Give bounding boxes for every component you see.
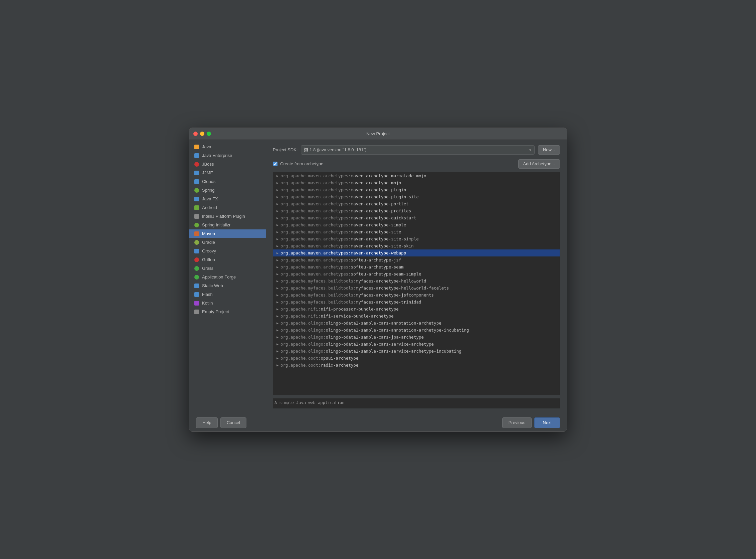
sidebar-item-flash[interactable]: Flash: [189, 290, 266, 299]
sidebar-item-griffon[interactable]: Griffon: [189, 255, 266, 264]
sidebar-item-static-web[interactable]: Static Web: [189, 282, 266, 290]
archetype-item[interactable]: ▶org.apache.maven.archetypes:maven-arche…: [273, 249, 560, 256]
sidebar-item-android[interactable]: Android: [189, 203, 266, 212]
sidebar-item-label-gradle: Gradle: [202, 240, 215, 245]
archetype-item[interactable]: ▶org.apache.olingo:olingo-odata2-sample-…: [273, 334, 560, 341]
maven-icon: [194, 231, 199, 237]
chevron-right-icon: ▶: [276, 223, 279, 227]
cancel-button[interactable]: Cancel: [220, 418, 246, 428]
archetype-artifact-id: maven-archetype-plugin-site: [351, 194, 419, 199]
archetype-item[interactable]: ▶org.apache.maven.archetypes:maven-arche…: [273, 179, 560, 186]
archetype-text: org.apache.oodt:radix-archetype: [281, 363, 358, 368]
archetype-group-id: org.apache.olingo:: [281, 342, 326, 346]
intellij-icon: [194, 214, 199, 219]
archetype-text: org.apache.maven.archetypes:softeu-arche…: [281, 265, 404, 269]
archetype-item[interactable]: ▶org.apache.oodt:radix-archetype: [273, 362, 560, 368]
archetype-group-id: org.apache.maven.archetypes:: [281, 180, 351, 185]
archetype-item[interactable]: ▶org.apache.myfaces.buildtools:myfaces-a…: [273, 292, 560, 298]
sidebar-item-javafx[interactable]: Java FX: [189, 195, 266, 203]
sidebar-item-j2me[interactable]: J2ME: [189, 169, 266, 177]
archetype-item[interactable]: ▶org.apache.maven.archetypes:softeu-arch…: [273, 270, 560, 277]
javafx-icon: [194, 196, 199, 202]
archetype-item[interactable]: ▶org.apache.myfaces.buildtools:myfaces-a…: [273, 298, 560, 306]
sidebar-item-empty-project[interactable]: Empty Project: [189, 308, 266, 316]
archetype-artifact-id: maven-archetype-quickstart: [351, 216, 416, 220]
sidebar-item-grails[interactable]: Grails: [189, 264, 266, 273]
sidebar-item-label-spring: Spring: [202, 188, 215, 193]
archetype-item[interactable]: ▶org.apache.maven.archetypes:maven-arche…: [273, 207, 560, 215]
archetype-list[interactable]: ▶org.apache.maven.archetypes:maven-arche…: [273, 172, 560, 395]
sidebar-item-label-static-web: Static Web: [202, 283, 223, 288]
titlebar: New Project: [189, 128, 567, 140]
archetype-item[interactable]: ▶org.apache.nifi:nifi-service-bundle-arc…: [273, 313, 560, 319]
archetype-group-id: org.apache.maven.archetypes:: [281, 194, 351, 199]
archetype-artifact-id: olingo-odata2-sample-cars-annotation-arc…: [326, 320, 441, 326]
checkbox-row: Create from archetype Add Archetype...: [273, 159, 560, 169]
next-button[interactable]: Next: [534, 418, 560, 428]
sidebar-item-label-android: Android: [202, 205, 217, 210]
archetype-item[interactable]: ▶org.apache.olingo:olingo-odata2-sample-…: [273, 348, 560, 355]
sidebar-item-spring-initializr[interactable]: Spring Initializr: [189, 221, 266, 229]
archetype-artifact-id: radix-archetype: [320, 363, 358, 368]
archetype-item[interactable]: ▶org.apache.maven.archetypes:maven-arche…: [273, 200, 560, 207]
archetype-item[interactable]: ▶org.apache.olingo:olingo-odata2-sample-…: [273, 327, 560, 334]
chevron-right-icon: ▶: [276, 328, 279, 332]
sidebar-item-label-maven: Maven: [202, 231, 215, 236]
sdk-select[interactable]: 🖼 1.8 (java version "1.8.0_181"): [301, 145, 534, 155]
archetype-group-id: org.apache.nifi:: [281, 307, 320, 312]
chevron-right-icon: ▶: [276, 321, 279, 325]
sidebar-item-java[interactable]: Java: [189, 142, 266, 151]
archetype-item[interactable]: ▶org.apache.maven.archetypes:maven-arche…: [273, 193, 560, 200]
sidebar-item-maven[interactable]: Maven: [189, 229, 266, 238]
archetype-item[interactable]: ▶org.apache.maven.archetypes:maven-arche…: [273, 186, 560, 193]
footer: Help Cancel Previous Next: [189, 414, 567, 431]
previous-button[interactable]: Previous: [502, 418, 532, 428]
sidebar-item-application-forge[interactable]: Application Forge: [189, 273, 266, 282]
archetype-item[interactable]: ▶org.apache.maven.archetypes:maven-arche…: [273, 172, 560, 179]
sdk-dropdown-wrapper: 🖼 1.8 (java version "1.8.0_181") ▼: [301, 145, 534, 155]
content-area: JavaJava EnterpriseJBossJ2MECloudsSpring…: [189, 140, 567, 414]
archetype-group-id: org.apache.maven.archetypes:: [281, 258, 351, 263]
sidebar-item-java-enterprise[interactable]: Java Enterprise: [189, 151, 266, 160]
archetype-item[interactable]: ▶org.apache.maven.archetypes:maven-arche…: [273, 221, 560, 228]
chevron-right-icon: ▶: [276, 188, 279, 192]
kotlin-icon: [194, 300, 199, 306]
archetype-group-id: org.apache.maven.archetypes:: [281, 229, 351, 234]
archetype-text: org.apache.maven.archetypes:maven-archet…: [281, 187, 406, 192]
archetype-item[interactable]: ▶org.apache.myfaces.buildtools:myfaces-a…: [273, 285, 560, 292]
archetype-item[interactable]: ▶org.apache.maven.archetypes:maven-arche…: [273, 215, 560, 221]
sidebar-item-label-griffon: Griffon: [202, 257, 215, 262]
add-archetype-button[interactable]: Add Archetype...: [518, 159, 560, 169]
archetype-item[interactable]: ▶org.apache.maven.archetypes:maven-arche…: [273, 228, 560, 236]
sidebar-item-spring[interactable]: Spring: [189, 186, 266, 195]
archetype-item[interactable]: ▶org.apache.oodt:opsui-archetype: [273, 355, 560, 362]
archetype-group-id: org.apache.maven.archetypes:: [281, 201, 351, 206]
archetype-item[interactable]: ▶org.apache.maven.archetypes:maven-arche…: [273, 236, 560, 242]
maximize-button[interactable]: [207, 132, 211, 136]
archetype-item[interactable]: ▶org.apache.myfaces.buildtools:myfaces-a…: [273, 277, 560, 285]
archetype-artifact-id: maven-archetype-site-simple: [351, 237, 419, 241]
sidebar-item-intellij-platform-plugin[interactable]: IntelliJ Platform Plugin: [189, 212, 266, 221]
help-button[interactable]: Help: [196, 418, 218, 428]
new-sdk-button[interactable]: New...: [538, 145, 560, 155]
archetype-item[interactable]: ▶org.apache.olingo:olingo-odata2-sample-…: [273, 319, 560, 327]
archetype-artifact-id: maven-archetype-plugin: [351, 187, 406, 192]
archetype-group-id: org.apache.oodt:: [281, 363, 320, 368]
sidebar-item-jboss[interactable]: JBoss: [189, 160, 266, 169]
close-button[interactable]: [193, 132, 198, 136]
archetype-item[interactable]: ▶org.apache.maven.archetypes:softeu-arch…: [273, 264, 560, 270]
sidebar-item-kotlin[interactable]: Kotlin: [189, 299, 266, 308]
archetype-artifact-id: nifi-service-bundle-archetype: [320, 314, 393, 318]
java-icon: [194, 144, 199, 150]
archetype-item[interactable]: ▶org.apache.maven.archetypes:maven-arche…: [273, 242, 560, 249]
archetype-item[interactable]: ▶org.apache.olingo:olingo-odata2-sample-…: [273, 341, 560, 348]
archetype-item[interactable]: ▶org.apache.nifi:nifi-processor-bundle-a…: [273, 306, 560, 313]
sidebar-item-groovy[interactable]: Groovy: [189, 247, 266, 255]
minimize-button[interactable]: [200, 132, 204, 136]
archetype-group-id: org.apache.maven.archetypes:: [281, 173, 351, 178]
archetype-text: org.apache.olingo:olingo-odata2-sample-c…: [281, 349, 462, 354]
sidebar-item-clouds[interactable]: Clouds: [189, 177, 266, 186]
create-from-archetype-checkbox[interactable]: [273, 162, 277, 166]
sidebar-item-gradle[interactable]: Gradle: [189, 238, 266, 247]
archetype-item[interactable]: ▶org.apache.maven.archetypes:softeu-arch…: [273, 256, 560, 264]
